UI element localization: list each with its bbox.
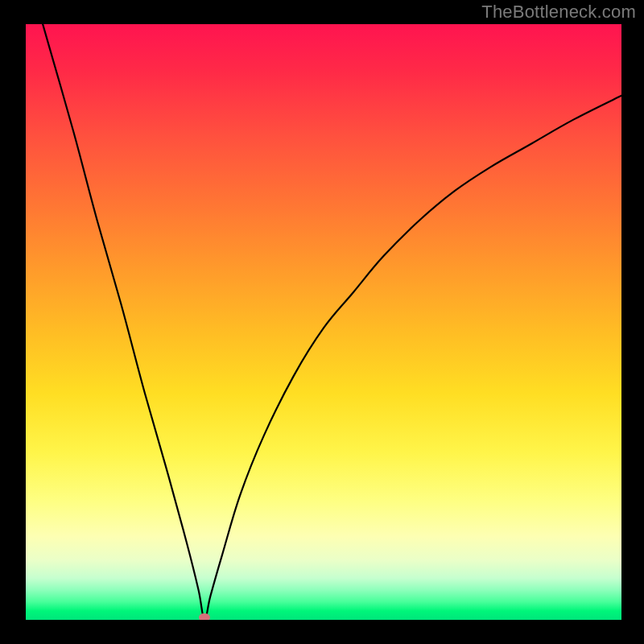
minimum-marker-icon — [199, 613, 210, 620]
bottleneck-curve — [26, 24, 621, 620]
watermark-text: TheBottleneck.com — [481, 2, 636, 23]
chart-frame: TheBottleneck.com — [0, 0, 644, 644]
plot-area — [26, 24, 621, 620]
